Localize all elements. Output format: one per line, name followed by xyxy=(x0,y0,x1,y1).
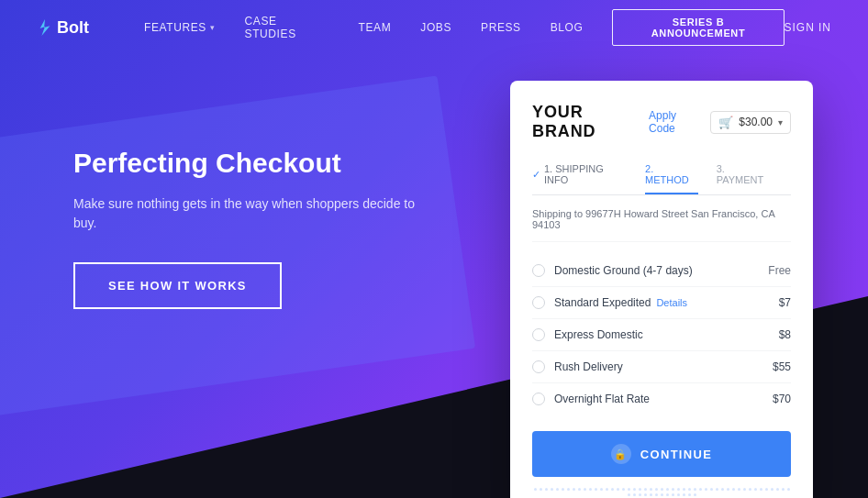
continue-button[interactable]: 🔒 CONTINUE xyxy=(532,431,791,477)
decoration-dot xyxy=(677,488,680,491)
decoration-dot xyxy=(738,488,740,491)
shipping-option[interactable]: Domestic Ground (4-7 days)Free xyxy=(532,255,791,287)
shipping-option[interactable]: Standard ExpeditedDetails$7 xyxy=(532,287,791,319)
bolt-icon xyxy=(37,19,53,36)
shipping-option[interactable]: Rush Delivery$55 xyxy=(532,351,791,383)
option-label: Domestic Ground (4-7 days) xyxy=(554,264,759,277)
decoration-dot xyxy=(694,488,696,491)
radio-button[interactable] xyxy=(532,264,545,277)
decoration-dot xyxy=(545,488,548,491)
shipping-option[interactable]: Express Domestic$8 xyxy=(532,319,791,351)
cart-amount: $30.00 xyxy=(739,116,773,128)
option-label: Overnight Flat Rate xyxy=(554,393,763,405)
decoration-dot xyxy=(688,493,691,496)
decoration-dot xyxy=(655,493,658,496)
decoration-dot xyxy=(573,488,575,491)
decoration-dot xyxy=(606,488,608,491)
nav-team[interactable]: TEAM xyxy=(359,21,392,34)
card-header: YOUR BRAND Apply Code 🛒 $30.00 ▾ xyxy=(532,103,791,141)
option-price: Free xyxy=(768,264,791,277)
decoration-dot xyxy=(666,488,669,491)
decoration-dot xyxy=(584,488,586,491)
option-price: $55 xyxy=(773,360,791,373)
logo[interactable]: Bolt xyxy=(37,18,89,38)
chevron-down-icon: ▾ xyxy=(778,117,783,127)
decoration-dot xyxy=(716,488,718,491)
option-price: $70 xyxy=(773,393,791,405)
decoration-dot xyxy=(754,488,757,491)
decoration-dot xyxy=(567,488,570,491)
checkout-tabs: ✓ 1. SHIPPING INFO 2. METHOD 3. PAYMENT xyxy=(532,156,791,195)
series-b-button[interactable]: SERIES B ANNOUNCEMENT xyxy=(612,9,784,46)
decoration-dot xyxy=(705,488,707,491)
tab-payment[interactable]: 3. PAYMENT xyxy=(717,156,773,194)
decoration-dot xyxy=(721,488,724,491)
decoration-dot xyxy=(666,493,669,496)
nav-links: FEATURES ▾ CASE STUDIES TEAM JOBS PRESS … xyxy=(144,9,785,46)
decoration-dot xyxy=(650,493,652,496)
decoration-dot xyxy=(661,493,663,496)
option-label: Express Domestic xyxy=(554,328,770,341)
decoration-dot xyxy=(644,488,647,491)
decoration-dot xyxy=(765,488,768,491)
nav-case-studies[interactable]: CASE STUDIES xyxy=(245,15,329,40)
see-how-it-works-button[interactable]: SEE HOW IT WORKS xyxy=(73,262,282,309)
tab-method[interactable]: 2. METHOD xyxy=(645,156,698,194)
decoration-dot xyxy=(551,488,553,491)
option-detail-link[interactable]: Details xyxy=(656,297,687,308)
decoration-dot xyxy=(556,488,559,491)
decoration-dot xyxy=(611,488,614,491)
shipping-options: Domestic Ground (4-7 days)FreeStandard E… xyxy=(532,255,791,415)
decoration-dot xyxy=(655,488,658,491)
signin-button[interactable]: SIGN IN xyxy=(785,21,831,34)
decoration-dot xyxy=(699,488,702,491)
decoration-dot xyxy=(633,488,636,491)
decoration-dot xyxy=(776,488,779,491)
decoration-dot xyxy=(694,493,696,496)
decoration-dot xyxy=(683,488,685,491)
nav-blog[interactable]: BLOG xyxy=(551,21,584,34)
decoration-dot xyxy=(628,493,630,496)
decoration-dot xyxy=(578,488,581,491)
nav-jobs[interactable]: JOBS xyxy=(420,21,451,34)
logo-text: Bolt xyxy=(57,18,89,38)
decoration-dot xyxy=(771,488,773,491)
radio-button[interactable] xyxy=(532,296,545,309)
decoration-dot xyxy=(677,493,680,496)
decoration-dot xyxy=(562,488,564,491)
decoration-dot xyxy=(661,488,663,491)
shipping-option[interactable]: Overnight Flat Rate$70 xyxy=(532,383,791,415)
decoration-dot xyxy=(710,488,713,491)
decoration-dot xyxy=(732,488,735,491)
decoration-dot xyxy=(743,488,746,491)
apply-code-link[interactable]: Apply Code xyxy=(649,109,701,135)
radio-button[interactable] xyxy=(532,393,545,405)
shipping-address: Shipping to 99677H Howard Street San Fra… xyxy=(532,208,791,242)
decoration-dot xyxy=(688,488,691,491)
nav-right: SIGN IN xyxy=(785,21,831,34)
decoration-dot xyxy=(589,488,592,491)
nav-features[interactable]: FEATURES ▾ xyxy=(144,21,216,34)
decoration-dot xyxy=(633,493,636,496)
radio-button[interactable] xyxy=(532,328,545,341)
nav-press[interactable]: PRESS xyxy=(481,21,521,34)
radio-button[interactable] xyxy=(532,360,545,373)
decoration-dot xyxy=(600,488,603,491)
decoration-dot xyxy=(672,488,674,491)
check-icon: ✓ xyxy=(532,169,540,181)
tab-shipping-info[interactable]: ✓ 1. SHIPPING INFO xyxy=(532,156,627,194)
decoration-dot xyxy=(639,493,641,496)
cart-icon: 🛒 xyxy=(718,116,733,129)
decoration-dot xyxy=(628,488,630,491)
decoration-dot xyxy=(534,488,537,491)
decoration-dot xyxy=(760,488,762,491)
cart-badge[interactable]: 🛒 $30.00 ▾ xyxy=(710,111,791,134)
decoration-dot xyxy=(749,488,751,491)
hero-subtitle: Make sure nothing gets in the way when s… xyxy=(73,194,422,233)
option-price: $8 xyxy=(779,328,791,341)
decoration-dot xyxy=(540,488,542,491)
decoration-dot xyxy=(650,488,652,491)
option-price: $7 xyxy=(779,296,791,309)
decoration-dot xyxy=(672,493,674,496)
decoration-dot xyxy=(639,488,641,491)
